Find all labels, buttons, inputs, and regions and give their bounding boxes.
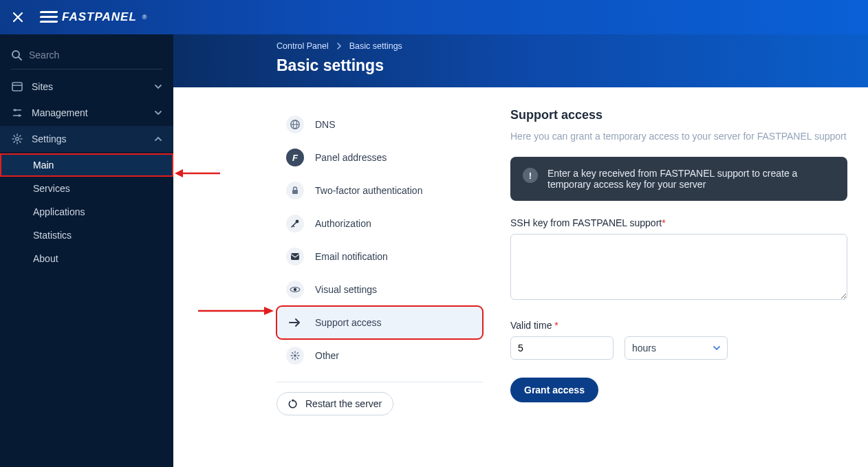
panel-icon: F	[286, 149, 304, 166]
valid-time-label-text: Valid time	[510, 320, 552, 331]
info-text: Enter a key received from FASTPANEL supp…	[547, 168, 835, 190]
tab-label: Support access	[315, 317, 382, 328]
tab-label: Authorization	[315, 218, 371, 229]
section-title: Support access	[510, 108, 847, 122]
brand-name: FASTPANEL	[62, 10, 137, 24]
search-icon	[11, 50, 22, 61]
arrow-right-icon	[286, 314, 304, 332]
close-icon	[12, 12, 23, 23]
tab-label: Two-factor authentication	[315, 185, 422, 196]
svg-point-8	[16, 138, 19, 140]
header-band: Control Panel Basic settings Basic setti…	[173, 34, 868, 87]
subitem-main[interactable]: Main	[0, 153, 173, 177]
content: Control Panel Basic settings Basic setti…	[173, 34, 868, 467]
sidebar-item-label: Management	[32, 107, 88, 118]
logo-bars-icon	[40, 11, 58, 23]
svg-point-5	[14, 109, 17, 111]
ssh-key-input[interactable]	[510, 234, 847, 300]
mail-icon	[286, 248, 304, 265]
info-box: ! Enter a key received from FASTPANEL su…	[510, 157, 847, 201]
section-description: Here you can grant a temporary access to…	[510, 131, 847, 142]
tab-dns[interactable]: DNS	[276, 108, 483, 141]
tab-visual-settings[interactable]: Visual settings	[276, 273, 483, 306]
eye-icon	[286, 281, 304, 298]
top-bar: FASTPANEL®	[0, 0, 868, 34]
support-access-panel: Support access Here you can grant a temp…	[510, 108, 847, 453]
tab-panel-addresses[interactable]: F Panel addresses	[276, 141, 483, 174]
svg-point-16	[294, 354, 296, 357]
settings-tabs: DNS F Panel addresses Two-factor authent…	[276, 108, 483, 453]
tab-label: Panel addresses	[315, 152, 387, 163]
page-title: Basic settings	[276, 56, 868, 75]
ssh-key-label: SSH key from FASTPANEL support*	[510, 217, 847, 228]
breadcrumb: Control Panel Basic settings	[276, 41, 868, 51]
search-divider	[11, 69, 162, 69]
sidebar-item-label: Settings	[32, 133, 67, 144]
sidebar-item-label: Sites	[32, 81, 53, 92]
brand-logo: FASTPANEL®	[40, 10, 147, 24]
registered-mark: ®	[142, 14, 148, 21]
sliders-icon	[11, 107, 23, 119]
sites-icon	[11, 80, 23, 93]
chevron-down-icon	[154, 109, 162, 117]
required-mark: *	[662, 217, 665, 228]
tab-two-factor[interactable]: Two-factor authentication	[276, 174, 483, 207]
lock-icon	[286, 182, 304, 199]
sidebar-item-management[interactable]: Management	[0, 100, 173, 126]
tab-label: Email notification	[315, 251, 388, 262]
subitem-statistics[interactable]: Statistics	[0, 224, 173, 247]
svg-point-7	[18, 114, 21, 117]
tab-support-access[interactable]: Support access	[276, 306, 483, 339]
subitem-applications[interactable]: Applications	[0, 200, 173, 224]
tab-label: Visual settings	[315, 284, 377, 295]
subitem-about[interactable]: About	[0, 247, 173, 270]
tab-other[interactable]: Other	[276, 339, 483, 372]
tab-authorization[interactable]: Authorization	[276, 207, 483, 240]
tab-label: Other	[315, 350, 339, 361]
tabs-divider	[276, 382, 483, 382]
required-mark: *	[554, 320, 558, 331]
chevron-right-icon	[336, 43, 343, 50]
restart-icon	[288, 399, 299, 409]
ssh-key-label-text: SSH key from FASTPANEL support	[510, 217, 662, 228]
tab-label: DNS	[315, 119, 336, 130]
svg-point-14	[294, 288, 296, 291]
sidebar: Sites Management Settings	[0, 34, 173, 467]
restart-server-button[interactable]: Restart the server	[276, 392, 393, 415]
svg-rect-2	[12, 83, 22, 91]
svg-rect-12	[292, 190, 298, 194]
chevron-down-icon	[154, 83, 162, 91]
restart-label: Restart the server	[305, 398, 382, 409]
gear-icon	[11, 133, 23, 145]
subitem-services[interactable]: Services	[0, 177, 173, 200]
search-input[interactable]	[29, 50, 162, 61]
close-button[interactable]	[8, 8, 28, 27]
svg-line-1	[19, 57, 21, 60]
globe-icon	[286, 116, 304, 133]
breadcrumb-root[interactable]: Control Panel	[276, 41, 329, 51]
breadcrumb-current: Basic settings	[349, 41, 402, 51]
valid-time-unit-select[interactable]: hours	[625, 336, 728, 360]
grant-access-button[interactable]: Grant access	[510, 378, 598, 402]
valid-time-input[interactable]	[510, 336, 614, 360]
chevron-up-icon	[154, 135, 162, 143]
sidebar-item-settings[interactable]: Settings	[0, 126, 173, 152]
search-row	[0, 44, 173, 69]
info-icon: !	[523, 168, 538, 183]
gear-icon	[286, 347, 304, 365]
tab-email-notification[interactable]: Email notification	[276, 240, 483, 273]
settings-subitems: Main Services Applications Statistics Ab…	[0, 152, 173, 272]
sidebar-item-sites[interactable]: Sites	[0, 74, 173, 100]
key-icon	[286, 215, 304, 232]
valid-time-label: Valid time *	[510, 320, 614, 331]
